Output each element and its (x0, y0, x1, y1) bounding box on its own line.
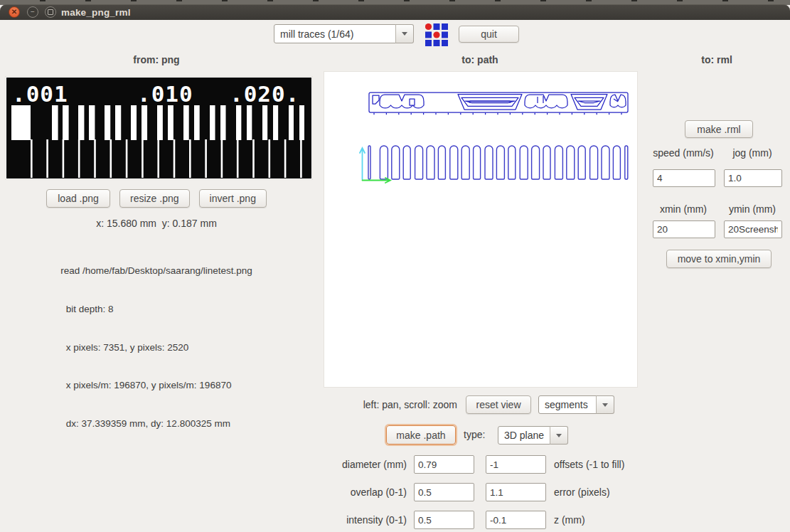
png-preview-canvas[interactable]: .001 .010 .020. (5, 76, 313, 180)
xmin-input[interactable] (653, 220, 715, 238)
view-mode-value[interactable]: segments (538, 395, 597, 414)
app-window: ✕ − make_png_rml mill traces (1/64) quit… (0, 0, 790, 532)
fab-modules-logo-icon (425, 23, 448, 46)
window-title: make_png_rml (61, 7, 131, 18)
png-label-001: .001 (12, 81, 68, 107)
reset-view-button[interactable]: reset view (466, 395, 531, 414)
overlap-input[interactable] (414, 483, 474, 501)
error-label: error (pixels) (554, 486, 610, 498)
offsets-input[interactable] (486, 455, 546, 474)
z-label: z (mm) (554, 514, 585, 526)
minimize-button[interactable]: − (27, 6, 38, 18)
png-info-line: x pixels/m: 196870, y pixels/m: 196870 (60, 379, 252, 392)
intensity-input[interactable] (414, 511, 474, 529)
close-button[interactable]: ✕ (9, 6, 20, 18)
path-column-header: to: path (324, 54, 636, 65)
type-combobox-arrow[interactable] (550, 426, 568, 445)
ymin-input[interactable] (724, 220, 782, 238)
type-combobox[interactable]: 3D plane (498, 426, 568, 445)
minimize-icon: − (31, 9, 35, 16)
make-rml-button[interactable]: make .rml (685, 120, 753, 138)
speed-label: speed (mm/s) (646, 147, 721, 159)
diameter-input[interactable] (414, 455, 474, 474)
invert-png-button[interactable]: invert .png (199, 189, 267, 208)
jog-label: jog (mm) (724, 147, 781, 159)
z-input[interactable] (486, 511, 546, 529)
cursor-position-readout: x: 15.680 mm y: 0.187 mm (0, 218, 313, 229)
process-combobox-value[interactable]: mill traces (1/64) (274, 24, 396, 43)
jog-input[interactable] (724, 169, 782, 187)
close-icon: ✕ (11, 9, 17, 16)
error-input[interactable] (486, 483, 546, 501)
overlap-label: overlap (0-1) (316, 486, 407, 498)
intensity-label: intensity (0-1) (316, 514, 407, 526)
process-combobox-arrow[interactable] (395, 24, 414, 43)
resize-png-button[interactable]: resize .png (119, 189, 189, 208)
quit-button[interactable]: quit (459, 26, 519, 43)
toolpath-contours (369, 92, 628, 115)
png-info-line: dx: 37.339359 mm, dy: 12.800325 mm (60, 417, 252, 430)
origin-axis-icon (360, 148, 390, 183)
view-mode-combobox-arrow[interactable] (596, 395, 614, 414)
path-preview-canvas[interactable] (324, 71, 638, 388)
type-combobox-value[interactable]: 3D plane (498, 426, 550, 445)
load-png-button[interactable]: load .png (46, 189, 110, 208)
png-label-020: .020. (230, 81, 299, 107)
png-info-line: bit depth: 8 (60, 303, 252, 316)
rml-column-header: to: rml (644, 54, 790, 65)
titlebar[interactable]: ✕ − make_png_rml (0, 4, 790, 20)
type-label: type: (464, 429, 485, 440)
ymin-label: ymin (mm) (724, 203, 781, 215)
xmin-label: xmin (mm) (646, 203, 721, 215)
maximize-button[interactable] (45, 6, 56, 18)
toolpath-slots (368, 146, 628, 179)
maximize-icon (48, 9, 53, 15)
speed-input[interactable] (653, 169, 715, 187)
diameter-label: diameter (mm) (316, 459, 407, 470)
offsets-label: offsets (-1 to fill) (554, 459, 624, 470)
view-mode-combobox[interactable]: segments (538, 395, 614, 414)
process-combobox[interactable]: mill traces (1/64) (274, 24, 414, 43)
png-column-header: from: png (0, 54, 313, 65)
dropdown-arrow-icon (402, 32, 407, 36)
png-label-010: .010 (137, 81, 193, 107)
pan-zoom-hint: left: pan, scroll: zoom (324, 399, 457, 410)
png-info: read /home/fab/Desktop/saarang/linetest.… (0, 239, 313, 456)
move-to-xmin-ymin-button[interactable]: move to xmin,ymin (666, 250, 772, 268)
dropdown-arrow-icon (602, 403, 608, 407)
dropdown-arrow-icon (556, 434, 562, 437)
png-info-line: x pixels: 7351, y pixels: 2520 (60, 341, 252, 354)
make-path-button[interactable]: make .path (386, 425, 456, 445)
png-info-line: read /home/fab/Desktop/saarang/linetest.… (60, 265, 252, 277)
